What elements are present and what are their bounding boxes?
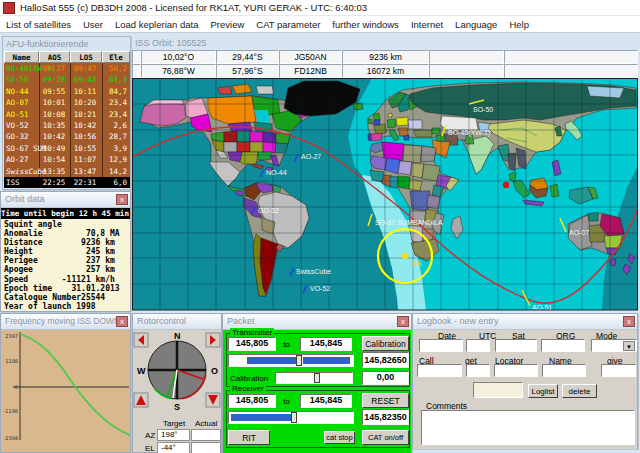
map-label-iss: ISS (411, 260, 422, 267)
menu-preview[interactable]: Preview (204, 19, 250, 30)
az-el-table: Target Actual AZ 198° EL -44° (133, 419, 221, 453)
orbit-line: Height 245 km (4, 247, 130, 256)
tx-to-input[interactable]: 145,845 (300, 337, 352, 351)
receiver-label: Receiver (230, 384, 266, 393)
rx-to-label: to (283, 397, 290, 406)
target-label: Target (163, 419, 185, 428)
y-tick: 1198 (5, 358, 18, 364)
menu-help[interactable]: Help (503, 19, 535, 30)
obs-distance: 16072 km (342, 64, 429, 78)
mode-select[interactable]: ▼ (591, 339, 637, 352)
reset-button[interactable]: RESET (362, 393, 409, 408)
menu-language[interactable]: Language (449, 19, 503, 30)
menu-further-windows[interactable]: further windows (326, 19, 405, 30)
col-header-name[interactable]: Name (4, 51, 39, 63)
close-icon[interactable]: x (116, 194, 128, 205)
menu-list-of-satellites[interactable]: List of satellites (0, 19, 77, 30)
satellite-row-iss[interactable]: ISS22:2522:316,0 (4, 177, 130, 188)
loglist-button[interactable]: Loglist (528, 384, 558, 398)
satellite-row[interactable]: BO-48(XW-1)09:2709:4750,2 (4, 63, 130, 74)
satellite-row[interactable]: AO-5110:0810:2123,4 (4, 109, 130, 120)
locator-input[interactable] (494, 364, 538, 377)
logbook-titlebar: Logbook - new entry x (413, 314, 637, 330)
satellite-marker-red[interactable] (503, 182, 509, 188)
satellite-row[interactable]: SO-5009:2809:4263,3 (4, 74, 130, 85)
app-icon (3, 2, 15, 14)
call-input[interactable] (417, 364, 462, 377)
iss-locator: JG50AN (279, 50, 342, 64)
y-tick: -2394 (3, 435, 18, 441)
afu-panel: AFU-funktionierende Name AOS LOS Ele BO-… (2, 36, 131, 190)
calibration-value: 0,00 (362, 371, 409, 385)
rx-to-input[interactable]: 145,845 (300, 394, 352, 408)
cat-stop-button[interactable]: cat stop (324, 431, 355, 444)
close-icon[interactable]: x (397, 316, 409, 327)
rotorcontrol-panel: Rotorcontrol N S W O Target Actual AZ 19… (132, 313, 222, 453)
satellite-table-header: Name AOS LOS Ele (4, 51, 130, 63)
world-map[interactable]: AO-27 NO-44 GO-32 SwissCube VO-52 SO-50 … (132, 78, 638, 311)
rx-slider[interactable] (228, 411, 354, 424)
el-target-value[interactable]: -44° (157, 442, 190, 453)
logbook-panel: Logbook - new entry x Date UTC Sat QRG M… (412, 313, 638, 449)
rx-frequency-value: 145,82350 (362, 409, 409, 425)
az-target-value[interactable]: 198° (157, 429, 190, 441)
menu-cat-parameter[interactable]: CAT parameter (250, 19, 326, 30)
rit-button[interactable]: RIT (228, 430, 270, 445)
sat-input[interactable] (495, 339, 537, 352)
satellite-row[interactable]: SwissCube13:3513:4714,2 (4, 166, 130, 177)
qrg-display (473, 382, 523, 398)
date-input[interactable] (419, 339, 463, 352)
time-until-banner: Time until begin 12 h 45 min (1, 208, 130, 219)
actual-label: Actual (195, 419, 217, 428)
delete-button[interactable]: delete (562, 384, 597, 398)
get-input[interactable] (466, 364, 490, 377)
orbit-line: Distance 9236 km (4, 238, 130, 247)
orbit-line: Squint angle (4, 220, 130, 229)
comments-textarea[interactable] (421, 410, 635, 445)
logbook-title: Logbook - new entry (417, 316, 499, 326)
calibration-label: Calibration (230, 374, 268, 383)
satellite-row[interactable]: GO-3210:4210:5628,7 (4, 131, 130, 142)
qrg-input[interactable] (541, 339, 585, 352)
satellite-row[interactable]: SO-67 SUM10:4910:553,9 (4, 143, 130, 154)
tx-frequency-value: 145,82650 (362, 352, 409, 368)
close-icon[interactable]: x (623, 316, 635, 327)
utc-input[interactable] (466, 339, 490, 352)
obs-locator: FD12NB (279, 64, 342, 78)
rx-from-input[interactable]: 145,805 (228, 394, 276, 408)
compass-w: W (137, 366, 146, 376)
calibration-slider[interactable] (275, 372, 353, 384)
frequency-title: Frequency moving ISS DOWN... (5, 316, 127, 326)
iss-marker[interactable] (402, 253, 408, 259)
satellite-row[interactable]: VO-5210:3510:422,6 (4, 120, 130, 131)
col-header-aos[interactable]: AOS (39, 51, 70, 63)
el-actual-value[interactable] (191, 442, 221, 453)
satellite-row[interactable]: AO-0710:0110:2023,4 (4, 97, 130, 108)
chevron-down-icon[interactable]: ▼ (623, 341, 635, 351)
az-actual-value[interactable] (191, 429, 221, 441)
cat-onoff-button[interactable]: CAT on/off (362, 430, 409, 445)
tx-slider[interactable] (228, 354, 354, 367)
calibration-button[interactable]: Calibration (362, 336, 409, 351)
obs-latitude: 57,96°S (216, 64, 279, 78)
az-label: AZ (145, 431, 155, 440)
orbit-info-table: 10,02°O 29,44°S JG50AN 9236 km 76,88°W 5… (132, 50, 638, 78)
menu-load-keplerian-data[interactable]: Load keplerian data (109, 19, 204, 30)
iss-longitude: 10,02°O (141, 50, 216, 64)
col-header-los[interactable]: LOS (70, 51, 102, 63)
map-label-ao07: AO-07 (569, 229, 589, 236)
window-title: HalloSat 555 (c) DB3DH 2008 - Licensed f… (20, 2, 367, 13)
map-label-no44: NO-44 (266, 169, 287, 176)
menu-internet[interactable]: Internet (405, 19, 449, 30)
menu-user[interactable]: User (77, 19, 109, 30)
packet-title: Packet (227, 316, 255, 326)
satellite-row[interactable]: AO-2710:5411:0712,9 (4, 154, 130, 165)
y-tick: -0 (13, 384, 18, 390)
orbit-data-body: Squint angle Anomalie 70,8 MA Distance 9… (1, 219, 130, 311)
give-input[interactable] (601, 364, 636, 377)
col-header-ele[interactable]: Ele (102, 51, 130, 63)
name-input[interactable] (542, 364, 586, 377)
close-icon[interactable]: x (116, 316, 128, 327)
satellite-row[interactable]: NO-4409:5510:1184,7 (4, 86, 130, 97)
tx-from-input[interactable]: 145,805 (228, 337, 276, 351)
